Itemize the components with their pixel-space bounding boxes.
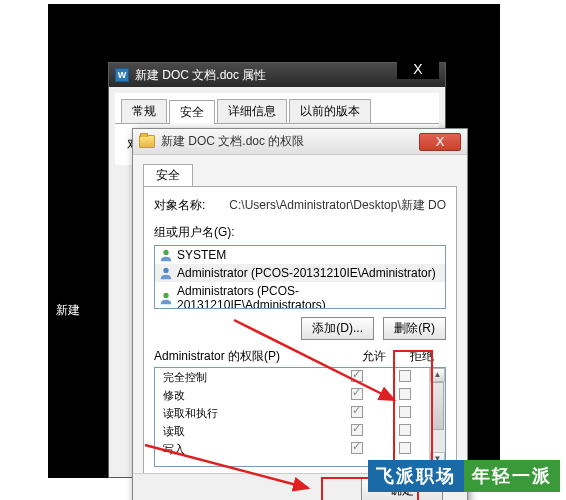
deny-checkbox[interactable] xyxy=(399,370,411,382)
scroll-thumb[interactable] xyxy=(431,382,444,430)
col-deny: 拒绝 xyxy=(398,348,446,365)
tab-security-fg[interactable]: 安全 xyxy=(143,164,193,187)
perm-name: 修改 xyxy=(163,388,333,403)
window-title: 新建 DOC 文档.doc 的权限 xyxy=(161,133,419,150)
perm-name: 写入 xyxy=(163,442,333,457)
close-button[interactable]: X xyxy=(419,133,461,151)
perm-header-label: Administrator 的权限(P) xyxy=(154,348,350,365)
remove-button[interactable]: 删除(R) xyxy=(383,317,446,340)
tab-previous[interactable]: 以前的版本 xyxy=(289,99,371,123)
svg-point-2 xyxy=(163,293,168,298)
tab-details[interactable]: 详细信息 xyxy=(217,99,287,123)
user-icon xyxy=(159,248,173,262)
user-list[interactable]: SYSTEMAdministrator (PCOS-20131210IE\Adm… xyxy=(154,245,446,309)
svg-point-0 xyxy=(163,250,168,255)
titlebar: 新建 DOC 文档.doc 的权限 X xyxy=(133,129,467,155)
user-name: Administrator (PCOS-20131210IE\Administr… xyxy=(177,266,436,280)
deny-checkbox[interactable] xyxy=(399,406,411,418)
close-button-bg[interactable]: X xyxy=(397,61,439,79)
scroll-up[interactable]: ▲ xyxy=(430,368,445,382)
user-icon xyxy=(159,291,173,305)
watermark-blue: 飞派职场 xyxy=(368,460,464,492)
permissions-box: 完全控制修改读取和执行读取写入 ▲ ▼ xyxy=(154,367,446,467)
permission-row: 读取和执行 xyxy=(155,404,429,422)
user-name: SYSTEM xyxy=(177,248,226,262)
perm-name: 完全控制 xyxy=(163,370,333,385)
permission-row: 写入 xyxy=(155,440,429,458)
object-name-value: C:\Users\Administrator\Desktop\新建 DOC 文 xyxy=(229,197,446,214)
user-row[interactable]: Administrators (PCOS-20131210IE\Administ… xyxy=(155,282,445,309)
deny-checkbox[interactable] xyxy=(399,442,411,454)
allow-checkbox[interactable] xyxy=(351,370,363,382)
desktop-icon-label: 新建 xyxy=(56,302,80,319)
tab-general[interactable]: 常规 xyxy=(121,99,167,123)
tabs-bg: 常规 安全 详细信息 以前的版本 xyxy=(115,93,439,124)
add-button[interactable]: 添加(D)... xyxy=(301,317,374,340)
deny-checkbox[interactable] xyxy=(399,388,411,400)
user-name: Administrators (PCOS-20131210IE\Administ… xyxy=(177,284,441,309)
scrollbar[interactable]: ▲ ▼ xyxy=(429,368,445,466)
folder-icon xyxy=(139,135,155,148)
user-row[interactable]: SYSTEM xyxy=(155,246,445,264)
perm-name: 读取 xyxy=(163,424,333,439)
window-title-bg: 新建 DOC 文档.doc 属性 xyxy=(135,67,439,84)
permission-row: 修改 xyxy=(155,386,429,404)
object-name-label: 对象名称: xyxy=(154,197,205,214)
user-row[interactable]: Administrator (PCOS-20131210IE\Administr… xyxy=(155,264,445,282)
permission-row: 读取 xyxy=(155,422,429,440)
perm-name: 读取和执行 xyxy=(163,406,333,421)
svg-point-1 xyxy=(163,268,168,273)
titlebar-bg: W 新建 DOC 文档.doc 属性 xyxy=(109,63,445,87)
allow-checkbox[interactable] xyxy=(351,442,363,454)
deny-checkbox[interactable] xyxy=(399,424,411,436)
user-icon xyxy=(159,266,173,280)
allow-checkbox[interactable] xyxy=(351,406,363,418)
doc-icon: W xyxy=(115,68,129,82)
watermark: 飞派职场 年轻一派 xyxy=(368,460,560,492)
tab-security[interactable]: 安全 xyxy=(169,100,215,124)
allow-checkbox[interactable] xyxy=(351,424,363,436)
tabstrip: 安全 xyxy=(133,155,467,186)
permissions-list: 完全控制修改读取和执行读取写入 xyxy=(155,368,429,466)
permissions-dialog: 新建 DOC 文档.doc 的权限 X 安全 对象名称: C:\Users\Ad… xyxy=(132,128,468,500)
groups-label: 组或用户名(G): xyxy=(154,224,446,241)
col-allow: 允许 xyxy=(350,348,398,365)
permission-row: 完全控制 xyxy=(155,368,429,386)
allow-checkbox[interactable] xyxy=(351,388,363,400)
watermark-green: 年轻一派 xyxy=(464,460,560,492)
security-panel: 对象名称: C:\Users\Administrator\Desktop\新建 … xyxy=(143,186,457,500)
